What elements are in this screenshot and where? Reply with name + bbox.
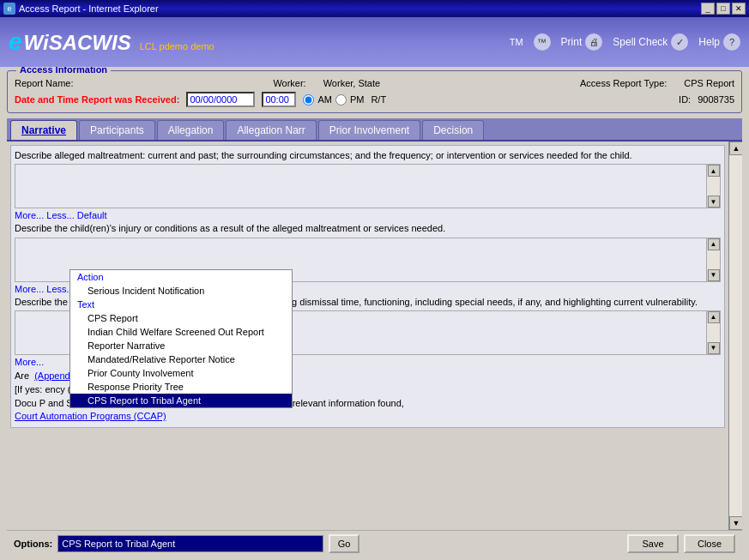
textarea-1-scroll-down[interactable]: ▼ xyxy=(708,196,720,208)
dropdown-reporter-narrative[interactable]: Reporter Narrative xyxy=(70,339,292,352)
main-scrollbar: ▲ ▼ xyxy=(728,142,742,530)
access-info-row1: Report Name: Worker: Worker, State Acces… xyxy=(15,78,734,88)
dropdown-cps-report[interactable]: CPS Report xyxy=(70,311,292,325)
tabs-bar: Narrative Participants Allegation Allega… xyxy=(7,118,742,142)
narrative-scroll-wrapper: ▲ ▼ Describe alleged maltreatment: curre… xyxy=(7,142,742,530)
date-input[interactable] xyxy=(186,92,255,107)
textarea-3-scroll-down[interactable]: ▼ xyxy=(708,342,720,354)
doc-text: Docu xyxy=(15,398,37,408)
options-dropdown[interactable]: CPS Report to Tribal Agent xyxy=(57,535,323,552)
access-report-type-label: Access Report Type: xyxy=(580,78,667,88)
report-name-label: Report Name: xyxy=(15,78,73,88)
access-info-legend: Access Information xyxy=(16,67,111,75)
am-label: AM xyxy=(317,94,332,105)
dropdown-mandated-reporter[interactable]: Mandated/Relative Reporter Notice xyxy=(70,352,292,366)
options-bar: Options: CPS Report to Tribal Agent Go S… xyxy=(7,530,742,557)
tab-prior-involvement[interactable]: Prior Involvement xyxy=(318,120,420,140)
dropdown-response-priority[interactable]: Response Priority Tree xyxy=(70,380,292,394)
tab-participants[interactable]: Participants xyxy=(79,120,155,140)
narrative-area: Describe alleged maltreatment: current a… xyxy=(10,145,725,428)
textarea-3-track xyxy=(707,323,720,342)
main-content: Access Information Report Name: Worker: … xyxy=(0,67,749,560)
am-pm-radio: AM PM xyxy=(303,94,364,105)
if-yes-text: [If yes: xyxy=(15,384,42,394)
go-button[interactable]: Go xyxy=(329,534,359,553)
textarea-3-scrollbar: ▲ ▼ xyxy=(706,311,720,354)
help-button[interactable]: Help ? xyxy=(698,33,740,51)
time-input[interactable] xyxy=(262,92,296,107)
tab-narrative[interactable]: Narrative xyxy=(10,120,77,140)
textarea-2-scrollbar: ▲ ▼ xyxy=(706,238,720,281)
worker-value: Worker, State xyxy=(323,78,380,88)
help-label: Help xyxy=(698,36,720,48)
narrative-inner: Describe alleged maltreatment: current a… xyxy=(7,142,742,530)
title-bar: e Access Report - Internet Explorer _ □ … xyxy=(0,0,749,17)
app-header: e WiSACWIS LCL pdemo demo TM ™ Print 🖨 S… xyxy=(0,17,749,67)
dropdown-serious-incident[interactable]: Serious Incident Notification xyxy=(70,284,292,298)
minimize-button[interactable]: _ xyxy=(701,3,715,15)
access-info-row2: Date and Time Report was Received: AM PM… xyxy=(15,92,734,107)
print-label: Print xyxy=(561,36,583,48)
rt-label: R/T xyxy=(371,94,386,105)
ccap-link[interactable]: Court Automation Programs (CCAP) xyxy=(15,411,166,421)
help-icon: ? xyxy=(723,33,740,51)
access-report-type-value: CPS Report xyxy=(684,78,734,88)
textarea-1[interactable]: ▲ ▼ xyxy=(15,164,721,208)
more-link-1[interactable]: More... xyxy=(15,210,44,220)
textarea-3-scroll-up[interactable]: ▲ xyxy=(708,311,720,323)
logo-subtitle: LCL pdemo demo xyxy=(140,41,214,51)
close-button[interactable]: Close xyxy=(684,534,735,553)
scroll-down-button[interactable]: ▼ xyxy=(729,516,742,530)
tab-allegation-narr[interactable]: Allegation Narr xyxy=(226,120,316,140)
are-text: Are xyxy=(15,370,29,381)
access-info-section: Access Information Report Name: Worker: … xyxy=(7,70,742,113)
textarea-2-scroll-up[interactable]: ▲ xyxy=(708,238,720,250)
more-link-2[interactable]: More... xyxy=(15,284,44,294)
textarea-1-scroll-up[interactable]: ▲ xyxy=(708,165,720,177)
scrollbar-track xyxy=(729,155,742,516)
tab-allegation[interactable]: Allegation xyxy=(157,120,225,140)
less-link-1[interactable]: Less... xyxy=(46,210,74,220)
id-value: 9008735 xyxy=(698,94,734,105)
spell-check-label: Spell Check xyxy=(613,36,667,48)
narrative-desc-1: Describe alleged maltreatment: current a… xyxy=(15,149,721,161)
tm-icon: ™ xyxy=(534,33,551,51)
tm-label: TM xyxy=(510,37,523,47)
print-icon: 🖨 xyxy=(585,33,602,51)
options-label: Options: xyxy=(14,539,52,549)
dropdown-menu: Action Serious Incident Notification Tex… xyxy=(69,269,293,408)
spell-check-icon: ✓ xyxy=(671,33,688,51)
pm-label: PM xyxy=(350,94,365,105)
app-logo: e WiSACWIS LCL pdemo demo xyxy=(9,28,214,56)
pm-radio[interactable] xyxy=(335,94,347,105)
textarea-1-track xyxy=(707,177,720,196)
am-radio[interactable] xyxy=(303,94,314,105)
save-button[interactable]: Save xyxy=(627,534,679,553)
dropdown-cps-tribal-agent[interactable]: CPS Report to Tribal Agent xyxy=(70,394,292,407)
header-buttons: TM ™ Print 🖨 Spell Check ✓ Help ? xyxy=(510,33,740,51)
default-link-1[interactable]: Default xyxy=(77,210,107,220)
main-inner: Access Information Report Name: Worker: … xyxy=(7,70,742,557)
dropdown-action-category[interactable]: Action xyxy=(70,270,292,284)
app-icon: e xyxy=(3,3,15,15)
dropdown-prior-county[interactable]: Prior County Involvement xyxy=(70,366,292,380)
window-controls: _ □ ✕ xyxy=(701,3,746,15)
textarea-2-scroll-down[interactable]: ▼ xyxy=(708,269,720,281)
more-less-links-1: More... Less... Default xyxy=(15,210,721,220)
date-label: Date and Time Report was Received: xyxy=(15,94,179,105)
textarea-2-track xyxy=(707,250,720,269)
scroll-up-button[interactable]: ▲ xyxy=(729,142,742,155)
title-bar-left: e Access Report - Internet Explorer xyxy=(3,3,159,15)
spell-check-button[interactable]: Spell Check ✓ xyxy=(613,33,688,51)
print-button[interactable]: Print 🖨 xyxy=(561,33,603,51)
restore-button[interactable]: □ xyxy=(716,3,730,15)
window-title: Access Report - Internet Explorer xyxy=(19,3,159,14)
dropdown-indian-child[interactable]: Indian Child Welfare Screened Out Report xyxy=(70,325,292,339)
logo-wisacwis: WiSACWIS xyxy=(24,31,131,55)
logo-e: e xyxy=(9,28,22,56)
more-link-3[interactable]: More... xyxy=(15,357,44,367)
selected-option-text: CPS Report to Tribal Agent xyxy=(62,539,175,549)
dropdown-text-category[interactable]: Text xyxy=(70,298,292,311)
tab-decision[interactable]: Decision xyxy=(422,120,484,140)
close-window-button[interactable]: ✕ xyxy=(732,3,746,15)
